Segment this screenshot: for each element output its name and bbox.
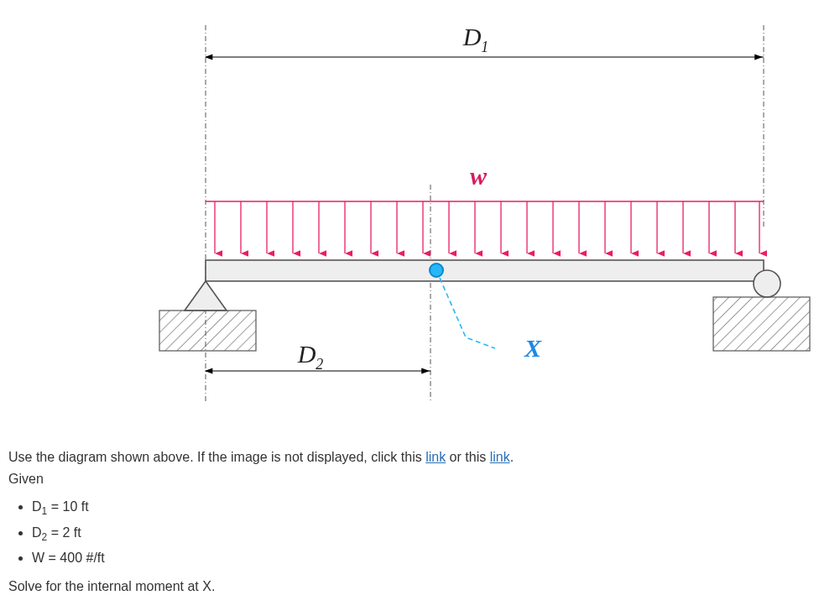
problem-statement: Use the diagram shown above. If the imag…: [8, 446, 827, 597]
support-roller-right: [713, 270, 810, 351]
svg-point-32: [754, 270, 780, 297]
label-w: w: [470, 162, 488, 190]
svg-marker-30: [185, 281, 227, 311]
extension-lines: [206, 25, 764, 403]
given-item-d1: D1 = 10 ft: [32, 496, 827, 519]
svg-rect-31: [159, 311, 256, 351]
support-pin-left: [159, 281, 256, 351]
intro-text: Use the diagram shown above. If the imag…: [8, 450, 422, 464]
solve-prompt: Solve for the internal moment at X.: [8, 579, 215, 593]
given-item-d2: D2 = 2 ft: [32, 522, 827, 546]
given-label: Given: [8, 472, 44, 486]
distributed-load: w: [206, 162, 764, 253]
given-list: D1 = 10 ft D2 = 2 ft W = 400 #/ft: [32, 496, 827, 568]
label-x: X: [524, 334, 542, 362]
beam: [206, 260, 764, 281]
dimension-d1: D1: [206, 23, 764, 57]
image-link-2[interactable]: link: [490, 450, 510, 464]
diagram-container: D1: [8, 8, 827, 436]
beam-diagram: D1: [8, 8, 822, 436]
image-link-1[interactable]: link: [425, 450, 446, 464]
page: D1: [0, 0, 840, 613]
svg-rect-28: [206, 260, 764, 281]
svg-rect-33: [713, 297, 810, 351]
label-d1: D1: [462, 23, 489, 55]
label-d2: D2: [297, 340, 324, 373]
given-item-w: W = 400 #/ft: [32, 547, 827, 569]
